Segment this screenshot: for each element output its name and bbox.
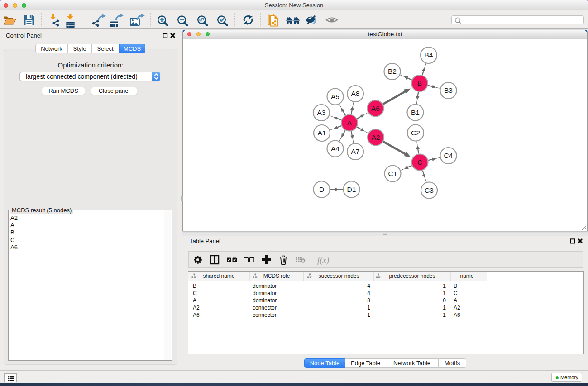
svg-text:B1: B1: [411, 109, 420, 116]
svg-text:A4: A4: [331, 145, 339, 152]
svg-text:A6: A6: [371, 105, 380, 112]
svg-text:C: C: [417, 158, 422, 166]
svg-text:A2: A2: [372, 133, 380, 141]
svg-text:D1: D1: [347, 186, 356, 193]
svg-text:B: B: [417, 79, 422, 87]
svg-text:A: A: [347, 119, 352, 127]
svg-text:C2: C2: [411, 129, 420, 137]
svg-text:A7: A7: [351, 148, 360, 155]
svg-text:A5: A5: [331, 93, 339, 100]
svg-text:A1: A1: [318, 129, 326, 137]
svg-text:C1: C1: [388, 170, 397, 177]
svg-text:A3: A3: [317, 109, 326, 116]
svg-text:B3: B3: [444, 86, 453, 94]
svg-text:D: D: [319, 186, 324, 193]
svg-text:B2: B2: [388, 67, 397, 75]
svg-text:f(x): f(x): [317, 255, 329, 265]
svg-text:A8: A8: [351, 90, 360, 97]
svg-text:B4: B4: [425, 51, 433, 59]
svg-text:C4: C4: [444, 152, 453, 159]
svg-text:C3: C3: [425, 186, 434, 194]
